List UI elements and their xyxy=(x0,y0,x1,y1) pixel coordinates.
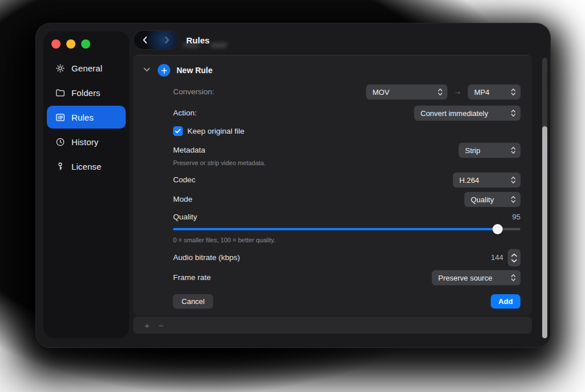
minimize-window-button[interactable] xyxy=(66,39,75,49)
conversion-to-value: MP4 xyxy=(474,88,490,97)
scrollbar-thumb[interactable] xyxy=(542,126,547,338)
history-clock-icon xyxy=(54,136,66,147)
frame-rate-value: Preserve source xyxy=(438,274,492,282)
disclosure-chevron-icon[interactable] xyxy=(143,67,150,72)
sidebar-item-folders[interactable]: Folders xyxy=(47,81,126,104)
stepper-down-icon[interactable] xyxy=(511,258,518,263)
conversion-label: Conversion: xyxy=(173,87,214,96)
audio-bitrate-stepper[interactable] xyxy=(508,249,520,266)
conversion-to-select[interactable]: MP4 xyxy=(468,85,520,99)
forward-button[interactable] xyxy=(156,31,178,49)
metadata-help-text: Preserve or strip video metadata. xyxy=(173,159,266,166)
keep-original-label: Keep original file xyxy=(187,127,245,135)
sidebar-item-license[interactable]: License xyxy=(47,155,126,178)
conversion-from-select[interactable]: MOV xyxy=(366,85,447,99)
key-icon xyxy=(54,161,66,172)
frame-rate-label: Frame rate xyxy=(173,273,211,282)
new-rule-plus-icon[interactable] xyxy=(158,64,170,77)
quality-label: Quality xyxy=(173,213,197,221)
page-title: Rules xyxy=(186,35,210,45)
slider-fill xyxy=(173,228,498,230)
slider-thumb[interactable] xyxy=(492,224,503,234)
updown-chevrons-icon xyxy=(511,109,516,118)
quality-value: 95 xyxy=(512,213,520,221)
updown-chevrons-icon xyxy=(511,175,516,185)
mode-label: Mode xyxy=(173,195,193,203)
sidebar-item-label: Folders xyxy=(71,88,101,98)
action-value: Convert immediately xyxy=(420,109,488,118)
sidebar-nav: General Folders xyxy=(47,57,126,178)
action-select[interactable]: Convert immediately xyxy=(414,106,520,121)
section-title: New Rule xyxy=(177,66,213,75)
gear-icon xyxy=(54,62,66,74)
conversion-arrow-icon: → xyxy=(451,87,464,96)
rules-list-toolbar: + − xyxy=(133,317,532,334)
sidebar-item-label: General xyxy=(71,63,102,73)
mode-select[interactable]: Quality xyxy=(464,192,520,207)
zoom-window-button[interactable] xyxy=(81,39,90,49)
sidebar-item-general[interactable]: General xyxy=(47,57,126,79)
conversion-from-value: MOV xyxy=(372,88,390,97)
add-button[interactable]: Add xyxy=(491,294,520,309)
rules-list-icon xyxy=(54,111,66,123)
codec-select[interactable]: H.264 xyxy=(453,173,520,187)
remove-rule-icon[interactable]: − xyxy=(159,321,164,330)
cancel-button[interactable]: Cancel xyxy=(173,294,213,309)
sidebar-item-label: History xyxy=(71,137,98,147)
keep-original-checkbox[interactable] xyxy=(173,126,183,136)
audio-bitrate-value: 144 xyxy=(491,253,503,262)
back-button[interactable] xyxy=(134,31,156,49)
sidebar-item-label: Rules xyxy=(71,113,94,122)
checkmark-icon xyxy=(175,129,181,134)
folder-icon xyxy=(54,87,66,98)
screenshot-canvas: General Folders xyxy=(0,0,585,392)
metadata-label: Metadata xyxy=(173,146,205,154)
quality-help-text: 0 = smaller files, 100 = better quality. xyxy=(173,237,275,243)
quality-slider[interactable] xyxy=(173,224,520,234)
updown-chevrons-icon xyxy=(511,273,516,282)
mode-value: Quality xyxy=(471,195,494,204)
frame-rate-select[interactable]: Preserve source xyxy=(432,270,520,285)
window-controls xyxy=(47,35,95,53)
action-label: Action: xyxy=(173,109,197,117)
add-rule-icon[interactable]: + xyxy=(145,321,150,330)
metadata-select[interactable]: Strip xyxy=(459,143,520,158)
sidebar-item-label: License xyxy=(71,162,101,171)
updown-chevrons-icon xyxy=(511,195,516,204)
metadata-value: Strip xyxy=(465,146,480,155)
updown-chevrons-icon xyxy=(511,87,516,97)
sidebar: General Folders xyxy=(43,31,129,338)
audio-bitrate-label: Audio bitrate (kbps) xyxy=(173,253,240,262)
history-nav-pill xyxy=(134,31,178,49)
stepper-up-icon[interactable] xyxy=(511,253,518,258)
sidebar-item-history[interactable]: History xyxy=(47,130,126,153)
close-window-button[interactable] xyxy=(51,39,61,49)
sidebar-item-rules[interactable]: Rules xyxy=(47,106,126,129)
updown-chevrons-icon xyxy=(438,87,443,97)
codec-value: H.264 xyxy=(459,176,479,185)
codec-label: Codec xyxy=(173,175,195,184)
updown-chevrons-icon xyxy=(511,146,516,155)
rule-editor-card: New Rule Conversion: MOV → MP4 Action: C… xyxy=(133,55,532,315)
app-preferences-window: General Folders xyxy=(35,23,551,348)
